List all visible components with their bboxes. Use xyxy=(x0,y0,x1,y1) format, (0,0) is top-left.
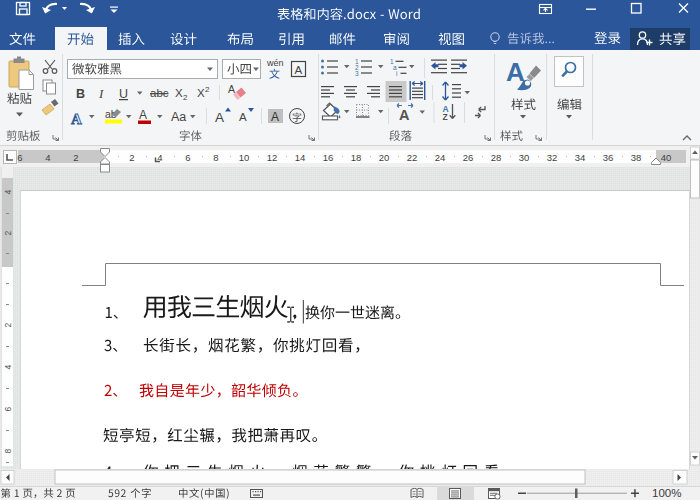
svg-text:Z: Z xyxy=(443,112,448,122)
svg-text:38: 38 xyxy=(631,152,642,163)
svg-text:22: 22 xyxy=(407,152,418,163)
svg-text:abc: abc xyxy=(150,87,169,99)
svg-text:16: 16 xyxy=(323,152,334,163)
svg-text:X: X xyxy=(197,87,205,99)
svg-text:2: 2 xyxy=(205,85,210,94)
svg-text:34: 34 xyxy=(575,152,586,163)
svg-text:Aa: Aa xyxy=(171,110,186,124)
svg-text:40: 40 xyxy=(661,152,672,163)
svg-text:i: i xyxy=(396,70,397,77)
svg-text:20: 20 xyxy=(379,152,390,163)
svg-text:A: A xyxy=(271,110,279,124)
svg-text:A: A xyxy=(399,107,410,123)
svg-text:14: 14 xyxy=(295,152,306,163)
svg-text:A: A xyxy=(71,111,82,127)
svg-text:6: 6 xyxy=(17,152,22,163)
svg-text:4: 4 xyxy=(45,152,50,163)
svg-text:18: 18 xyxy=(351,152,362,163)
svg-text:26: 26 xyxy=(463,152,474,163)
svg-text:2: 2 xyxy=(3,322,13,327)
svg-text:28: 28 xyxy=(491,152,502,163)
svg-text:A: A xyxy=(295,64,303,76)
svg-text:2: 2 xyxy=(183,93,188,102)
svg-text:A: A xyxy=(228,83,235,95)
svg-text:12: 12 xyxy=(267,152,278,163)
svg-text:10: 10 xyxy=(239,152,250,163)
svg-text:X: X xyxy=(175,87,183,99)
svg-text:6: 6 xyxy=(3,406,13,411)
svg-text:4: 4 xyxy=(3,364,13,369)
svg-text:B: B xyxy=(76,87,85,101)
svg-text:wén: wén xyxy=(266,58,284,68)
svg-text:A: A xyxy=(506,57,525,87)
svg-text:24: 24 xyxy=(435,152,446,163)
svg-text:A: A xyxy=(215,110,224,125)
svg-text:30: 30 xyxy=(519,152,530,163)
svg-text:100%: 100% xyxy=(652,487,681,499)
svg-text:2: 2 xyxy=(129,152,134,163)
svg-text:6: 6 xyxy=(185,152,190,163)
svg-text:A: A xyxy=(139,108,147,122)
svg-text:2: 2 xyxy=(3,230,13,235)
svg-text:4: 4 xyxy=(3,189,13,194)
svg-text:36: 36 xyxy=(603,152,614,163)
svg-text:A: A xyxy=(239,111,247,123)
svg-text:8: 8 xyxy=(3,448,13,453)
svg-text:8: 8 xyxy=(213,152,218,163)
svg-text:2: 2 xyxy=(73,152,78,163)
svg-text:3: 3 xyxy=(355,70,359,77)
svg-text:I: I xyxy=(98,86,104,101)
svg-text:U: U xyxy=(119,87,128,101)
svg-text:32: 32 xyxy=(547,152,558,163)
